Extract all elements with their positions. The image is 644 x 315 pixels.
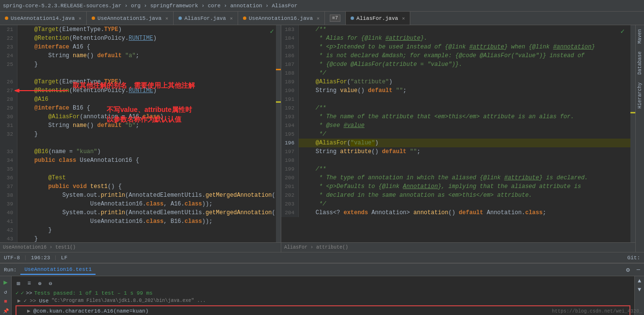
code-line: 192 /** xyxy=(281,104,635,112)
code-line: 184 * Alias for {@link #attribute}. xyxy=(281,34,635,43)
tab-icon-blue xyxy=(178,16,182,20)
tab-icon-orange xyxy=(92,16,95,20)
code-line: 188 */ xyxy=(281,69,635,78)
left-breadcrumb: UseAnnotation16 › test1() xyxy=(0,242,281,252)
tab-label: UseAnnotation14.java xyxy=(11,16,75,21)
code-line: 43 } xyxy=(0,235,281,242)
scroll-up-icon[interactable]: ▲ xyxy=(636,277,644,285)
close-icon[interactable]: ✕ xyxy=(317,16,320,21)
left-code-area[interactable]: ✓ 21 @Target(ElementType.TYPE) 22 @Reten… xyxy=(0,25,281,242)
code-line: 42 } xyxy=(0,226,281,235)
code-line: 198 xyxy=(281,156,635,165)
left-code-lines: 21 @Target(ElementType.TYPE) 22 @Retenti… xyxy=(0,25,281,242)
code-line: 190 String value() default ""; xyxy=(281,86,635,95)
output-path: "C:\Program Files\Java\jdk1.8.0_202\bin\… xyxy=(51,298,206,303)
breadcrumb-path: spring-core-5.2.3.RELEASE-sources.jar › … xyxy=(3,3,297,9)
class-output-text: @com.kuan.character16.A16(name=kuan) xyxy=(33,308,149,314)
right-breadcrumb: AliasFor › attribute() xyxy=(281,242,635,252)
breadcrumb-content: AliasFor › attribute() xyxy=(284,245,348,250)
run-output-area: ⊞ ≡ ⊕ ⊖ ✓ ✓ >> Tests passed: 1 of 1 test… xyxy=(12,276,634,315)
tab-aliasfor-active[interactable]: AliasFor.java ✕ xyxy=(346,12,410,25)
tab-count-badge: ≡7 xyxy=(330,15,340,22)
run-pin-icon[interactable]: 📌 xyxy=(2,307,10,315)
check-icon2: ✓ xyxy=(21,290,24,296)
run-rerun-icon[interactable]: ↺ xyxy=(2,288,10,296)
code-line: 201 * <p>Defaults to {@link Annotation},… xyxy=(281,182,635,191)
code-line: 25 } xyxy=(0,60,281,69)
code-line: 202 * declared in the same annotation as… xyxy=(281,191,635,200)
right-code-area[interactable]: 183 /** 184 * Alias for {@link #attribut… xyxy=(281,25,635,242)
top-breadcrumb-bar: spring-core-5.2.3.RELEASE-sources.jar › … xyxy=(0,0,644,12)
code-line: 183 /** xyxy=(281,25,635,34)
code-line: 33 @B16(name = "kuan") xyxy=(0,147,281,156)
run-stop-icon[interactable]: ■ xyxy=(2,298,10,305)
close-icon[interactable]: ✕ xyxy=(79,16,81,21)
tab-count[interactable]: ≡7 xyxy=(325,12,346,25)
code-line: 30 @AliasFor(annotation = A16.class) xyxy=(0,112,281,121)
editor-container: ✓ 21 @Target(ElementType.TYPE) 22 @Reten… xyxy=(0,25,644,252)
maven-sidebar-label[interactable]: Maven xyxy=(636,25,644,47)
code-line: 185 * <p>Intended to be used instead of … xyxy=(281,43,635,51)
green-check-right: ✓ xyxy=(621,27,625,35)
close-icon[interactable]: ✕ xyxy=(402,16,405,21)
tab-useannotation16[interactable]: UseAnnotation16.java ✕ xyxy=(238,12,325,25)
code-line: 26 @Target(ElementType.TYPE) xyxy=(0,78,281,86)
collapse-icon[interactable]: ⊖ xyxy=(47,280,54,287)
close-icon[interactable]: ✕ xyxy=(165,16,168,21)
git-status: Git: xyxy=(628,255,640,261)
scroll-down-icon[interactable]: ▼ xyxy=(636,286,644,294)
right-editor-pane: ✓ 183 /** 184 * Alias for {@link #attrib… xyxy=(281,25,635,252)
run-tab-label: UseAnnotation16.test1 xyxy=(24,267,92,272)
expand-icon[interactable]: ⊕ xyxy=(36,280,44,287)
tab-aliasfor1[interactable]: AliasFor.java ✕ xyxy=(174,12,238,25)
code-line: 37 public void test1() { xyxy=(0,182,281,191)
code-line: 23 @interface A16 { xyxy=(0,43,281,51)
run-tab[interactable]: UseAnnotation16.test1 xyxy=(20,265,96,275)
code-line: 200 * The type of annotation in which th… xyxy=(281,173,635,182)
close-icon[interactable]: ✕ xyxy=(230,16,233,21)
code-line: 36 @Test xyxy=(0,173,281,182)
hierarchy-sidebar-label[interactable]: Hierarchy xyxy=(636,79,644,112)
code-line xyxy=(0,69,281,78)
watermark: https://blog.csdn.net/wei_4320_ xyxy=(552,309,642,314)
code-line: 34 public class UseAnnotation16 { xyxy=(0,156,281,165)
code-line: 38 System.out.println(AnnotatedElementUt… xyxy=(0,191,281,200)
run-toolbar: ⊞ ≡ ⊕ ⊖ xyxy=(12,278,634,289)
test-result-text: Tests passed: 1 of 1 test – 1 s 99 ms xyxy=(34,290,152,296)
green-check-icon: ✓ xyxy=(270,27,274,35)
tab-bar: UseAnnotation14.java ✕ UseAnnotation15.j… xyxy=(0,12,644,25)
right-sidebar: Maven Database Hierarchy xyxy=(635,25,644,252)
code-line: 193 * The name of the attribute that <em… xyxy=(281,112,635,121)
code-line: 199 /** xyxy=(281,165,635,173)
indent-icon: ▶ xyxy=(27,308,31,314)
code-line: 191 xyxy=(281,95,635,104)
code-line: 41 UseAnnotation16.class, B16.class)); xyxy=(0,217,281,226)
sort-icon[interactable]: ≡ xyxy=(25,280,33,287)
tab-useannotation15[interactable]: UseAnnotation15.java ✕ xyxy=(87,12,174,25)
code-line: 40 System.out.println(AnnotatedElementUt… xyxy=(0,208,281,217)
filter-icon[interactable]: ⊞ xyxy=(15,280,22,287)
database-sidebar-label[interactable]: Database xyxy=(636,47,644,79)
close-run-icon[interactable]: — xyxy=(637,267,640,273)
run-play-icon[interactable]: ▶ xyxy=(2,278,10,286)
breadcrumb-content: UseAnnotation16 › test1() xyxy=(3,245,76,250)
code-line-active: 196 @AliasFor("value") xyxy=(281,139,635,147)
run-panel: Run: UseAnnotation16.test1 ⚙ — ▶ ↺ ■ 📌 ⊞… xyxy=(0,263,644,315)
tab-label: UseAnnotation15.java xyxy=(97,16,161,21)
output-line-1: ▶ ✓ >> Use "C:\Program Files\Java\jdk1.8… xyxy=(16,297,630,304)
code-line: 31 String name() default "b"; xyxy=(0,121,281,130)
highlighted-output: ▶ @com.kuan.character16.A16(name=kuan) @… xyxy=(16,305,630,315)
arrow-icon: >> xyxy=(26,290,32,296)
tab-label: AliasFor.java xyxy=(356,16,398,21)
status-sep: | xyxy=(24,255,27,261)
status-sep2: | xyxy=(54,255,57,261)
tab-icon-orange xyxy=(243,16,246,20)
code-line: 28 @A16 xyxy=(0,95,281,104)
settings-icon[interactable]: ⚙ xyxy=(626,266,630,274)
code-line: 22 @Retention(RetentionPolicy.RUNTIME) xyxy=(0,34,281,43)
expand-triangle[interactable]: ▶ xyxy=(17,298,21,304)
code-line: 24 String name() default "a"; xyxy=(0,51,281,60)
tab-label: AliasFor.java xyxy=(184,16,226,21)
run-left-toolbar: ▶ ↺ ■ 📌 xyxy=(0,276,12,315)
tab-useannotation14[interactable]: UseAnnotation14.java ✕ xyxy=(0,12,87,25)
